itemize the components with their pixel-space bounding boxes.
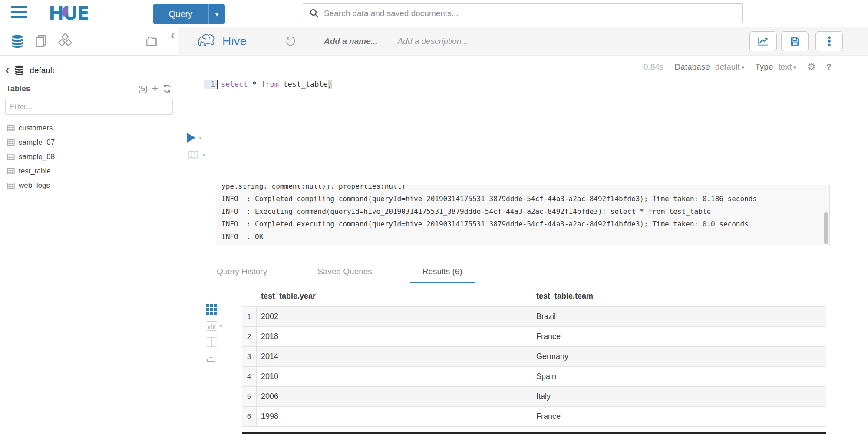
refresh-icon[interactable] xyxy=(162,84,172,93)
sql-editor[interactable]: 1select * from test_table; xyxy=(204,80,868,177)
tab-saved-queries[interactable]: Saved Queries xyxy=(305,261,384,283)
chevron-down-icon: ▾ xyxy=(742,64,745,71)
add-table-icon[interactable]: + xyxy=(152,84,158,93)
results-section: test_table.year test_table.team ▾ xyxy=(178,288,868,435)
text-cursor xyxy=(217,80,218,89)
table-name: sample_08 xyxy=(19,153,55,161)
database-breadcrumb: ‹ default xyxy=(0,56,178,76)
shared-folder-icon[interactable] xyxy=(145,34,160,49)
result-tabs: Query History Saved Queries Results (6) xyxy=(205,261,501,283)
grid-view-icon[interactable] xyxy=(206,304,217,315)
table-list-item[interactable]: test_table xyxy=(0,164,178,178)
execute-rail: ▾ ▾ xyxy=(187,133,205,167)
tab-results[interactable]: Results (6) xyxy=(410,261,475,283)
chart-options-caret[interactable]: ▾ xyxy=(219,322,222,329)
apps-cubes-tab-icon[interactable] xyxy=(57,33,73,49)
row-index: 3 xyxy=(242,347,257,366)
help-icon[interactable]: ? xyxy=(826,62,832,72)
settings-gear-icon[interactable]: ⚙ xyxy=(807,61,816,73)
execution-time: 0.84s xyxy=(644,62,663,72)
log-scrollbar-thumb[interactable] xyxy=(824,212,828,244)
search-input[interactable] xyxy=(303,3,743,23)
type-value: text xyxy=(779,62,792,71)
documents-tab-icon[interactable] xyxy=(34,34,49,49)
query-button-label: Query xyxy=(153,4,208,24)
table-name: test_table xyxy=(19,167,51,176)
row-index: 5 xyxy=(242,387,257,406)
global-search xyxy=(303,3,743,23)
editor-main: Hive Add a name... Add a description... … xyxy=(178,27,868,435)
resize-handle[interactable]: ··· xyxy=(178,250,868,254)
type-label: Type xyxy=(755,62,773,72)
query-button[interactable]: Query ▾ xyxy=(153,4,225,24)
chart-view-icon[interactable] xyxy=(206,321,217,331)
left-assist-panel: ‹ ‹ default Tables (5) + customers xyxy=(0,27,178,435)
tables-label: Tables xyxy=(6,84,30,93)
table-row: 2 2018 France xyxy=(242,327,826,347)
table-row: 5 2006 Italy xyxy=(242,387,826,407)
cell-year: 2002 xyxy=(257,312,536,321)
download-icon[interactable] xyxy=(206,353,216,363)
chart-button[interactable] xyxy=(749,31,777,51)
table-list-item[interactable]: sample_07 xyxy=(0,135,178,149)
databases-tab-icon[interactable] xyxy=(10,33,25,49)
execute-button[interactable] xyxy=(187,133,195,143)
current-database-name[interactable]: default xyxy=(30,66,54,75)
table-list-item[interactable]: sample_08 xyxy=(0,149,178,164)
column-header-team: test_table.team xyxy=(536,292,593,301)
hive-logo-icon xyxy=(197,33,217,50)
save-button[interactable] xyxy=(781,31,809,51)
log-line: INFO : OK xyxy=(221,230,824,243)
query-description-placeholder[interactable]: Add a description... xyxy=(398,37,469,46)
row-index: 1 xyxy=(242,307,257,326)
cell-year: 2018 xyxy=(257,332,536,341)
more-actions-button[interactable] xyxy=(815,31,843,51)
execution-log-panel: ype.string, comment:null)], properties:n… xyxy=(216,185,830,246)
cell-year: 1998 xyxy=(257,412,536,421)
table-list-item[interactable]: customers xyxy=(0,121,178,135)
table-row: 1 2002 Brazil xyxy=(242,307,826,327)
columns-view-icon[interactable] xyxy=(206,337,217,347)
tab-query-history[interactable]: Query History xyxy=(205,261,279,283)
hamburger-menu-icon[interactable] xyxy=(11,6,27,21)
table-filter-input[interactable] xyxy=(5,99,173,115)
resize-handle[interactable]: ··· xyxy=(178,177,868,181)
explain-options-caret[interactable]: ▾ xyxy=(202,151,205,158)
table-name: web_logs xyxy=(19,181,50,190)
top-bar: HUE Query ▾ xyxy=(0,0,868,27)
type-dropdown[interactable]: Type text▾ xyxy=(755,62,796,72)
engine-title: Hive xyxy=(222,34,247,48)
table-list: customers sample_07 sample_08 test_table… xyxy=(0,117,178,193)
horizontal-scrollbar[interactable] xyxy=(242,432,826,434)
execute-options-caret[interactable]: ▾ xyxy=(199,134,202,141)
tables-header: Tables (5) + xyxy=(0,76,178,93)
database-dropdown[interactable]: Database default▾ xyxy=(674,62,744,72)
query-dropdown-caret[interactable]: ▾ xyxy=(209,4,225,24)
hue-logo-text: HUE xyxy=(49,3,114,24)
collapse-panel-icon[interactable]: ‹ xyxy=(171,29,175,41)
table-list-item[interactable]: web_logs xyxy=(0,178,178,193)
results-toolbar: ▾ xyxy=(206,304,223,369)
query-history-icon[interactable] xyxy=(285,36,296,47)
cell-team: France xyxy=(536,412,826,421)
header-actions xyxy=(749,31,868,51)
sql-keyword: from xyxy=(261,80,279,89)
row-index: 2 xyxy=(242,327,257,346)
cell-team: Italy xyxy=(536,392,826,401)
back-chevron-icon[interactable]: ‹ xyxy=(5,65,9,75)
sql-keyword: select xyxy=(221,80,248,89)
table-filter xyxy=(0,93,178,117)
tables-count: (5) xyxy=(138,84,148,93)
table-row: 4 2010 Spain xyxy=(242,367,826,387)
sql-semicolon: ; xyxy=(328,80,332,89)
results-table: 1 2002 Brazil 2 2018 France 3 2014 Germa… xyxy=(242,306,826,427)
explain-map-icon[interactable] xyxy=(187,149,199,160)
table-name: customers xyxy=(19,124,53,133)
chevron-down-icon: ▾ xyxy=(793,64,796,71)
row-index: 4 xyxy=(242,367,257,386)
sql-table-ref: test_table xyxy=(279,80,328,89)
cell-team: Germany xyxy=(536,352,826,361)
hue-logo[interactable]: HUE xyxy=(49,3,114,24)
query-name-placeholder[interactable]: Add a name... xyxy=(324,37,378,46)
search-icon xyxy=(309,8,319,18)
